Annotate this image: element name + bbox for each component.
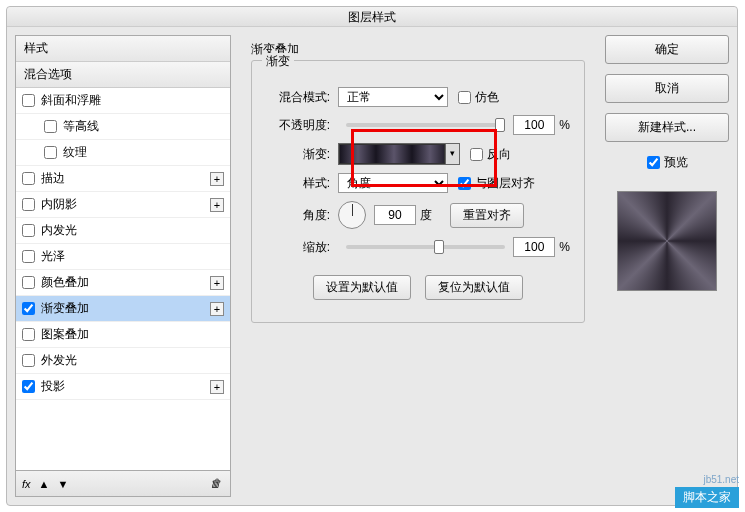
opacity-slider[interactable] <box>346 123 505 127</box>
style-item-checkbox[interactable] <box>22 380 35 393</box>
style-select[interactable]: 角度 <box>338 173 448 193</box>
style-item[interactable]: 斜面和浮雕 <box>16 88 230 114</box>
style-item[interactable]: 描边+ <box>16 166 230 192</box>
reset-default-button[interactable]: 复位为默认值 <box>425 275 523 300</box>
angle-label: 角度: <box>266 207 330 224</box>
opacity-input[interactable] <box>513 115 555 135</box>
blend-mode-select[interactable]: 正常 <box>338 87 448 107</box>
style-item-label: 外发光 <box>41 352 224 369</box>
watermark-url: jb51.net <box>675 474 739 485</box>
style-item[interactable]: 内发光 <box>16 218 230 244</box>
add-effect-icon[interactable]: + <box>210 172 224 186</box>
scale-unit: % <box>559 240 570 254</box>
cancel-button[interactable]: 取消 <box>605 74 729 103</box>
style-item[interactable]: 纹理 <box>16 140 230 166</box>
reverse-checkbox[interactable] <box>470 148 483 161</box>
blend-mode-label: 混合模式: <box>266 89 330 106</box>
styles-header: 样式 <box>16 36 230 62</box>
align-checkbox[interactable] <box>458 177 471 190</box>
style-item-checkbox[interactable] <box>22 224 35 237</box>
style-item-label: 斜面和浮雕 <box>41 92 224 109</box>
style-item-label: 描边 <box>41 170 210 187</box>
style-item[interactable]: 图案叠加 <box>16 322 230 348</box>
style-item-checkbox[interactable] <box>22 198 35 211</box>
preview-label: 预览 <box>664 154 688 171</box>
style-item-checkbox[interactable] <box>22 302 35 315</box>
fieldset-legend: 渐变 <box>262 53 294 70</box>
watermark: jb51.net 脚本之家 <box>675 474 739 508</box>
dialog-body: 样式 混合选项 斜面和浮雕等高线纹理描边+内阴影+内发光光泽颜色叠加+渐变叠加+… <box>7 27 737 505</box>
scale-slider[interactable] <box>346 245 505 249</box>
dither-checkbox[interactable] <box>458 91 471 104</box>
styles-list: 样式 混合选项 斜面和浮雕等高线纹理描边+内阴影+内发光光泽颜色叠加+渐变叠加+… <box>15 35 231 471</box>
preview-checkbox[interactable] <box>647 156 660 169</box>
style-item-checkbox[interactable] <box>22 94 35 107</box>
style-item[interactable]: 颜色叠加+ <box>16 270 230 296</box>
style-item-checkbox[interactable] <box>22 354 35 367</box>
style-item-label: 光泽 <box>41 248 224 265</box>
angle-input[interactable] <box>374 205 416 225</box>
styles-panel: 样式 混合选项 斜面和浮雕等高线纹理描边+内阴影+内发光光泽颜色叠加+渐变叠加+… <box>15 35 231 497</box>
gradient-fieldset: 渐变 混合模式: 正常 仿色 不透明度: % 渐变: ▾ <box>251 60 585 323</box>
style-item-label: 图案叠加 <box>41 326 224 343</box>
style-item-checkbox[interactable] <box>44 120 57 133</box>
style-item-checkbox[interactable] <box>44 146 57 159</box>
add-effect-icon[interactable]: + <box>210 302 224 316</box>
section-title: 渐变叠加 <box>251 41 585 58</box>
scale-label: 缩放: <box>266 239 330 256</box>
style-item[interactable]: 光泽 <box>16 244 230 270</box>
ok-button[interactable]: 确定 <box>605 35 729 64</box>
reverse-label: 反向 <box>487 146 511 163</box>
preview-swatch <box>617 191 717 291</box>
style-item-label: 内发光 <box>41 222 224 239</box>
arrow-down-icon[interactable]: ▼ <box>57 478 68 490</box>
style-item[interactable]: 外发光 <box>16 348 230 374</box>
arrow-up-icon[interactable]: ▲ <box>39 478 50 490</box>
gradient-swatch[interactable] <box>339 144 445 164</box>
action-panel: 确定 取消 新建样式... 预览 <box>605 35 729 497</box>
styles-footer: fx ▲ ▼ 🗑 <box>15 471 231 497</box>
options-panel: 渐变叠加 渐变 混合模式: 正常 仿色 不透明度: % 渐变: <box>241 35 595 497</box>
style-item-label: 渐变叠加 <box>41 300 210 317</box>
layer-style-dialog: 图层样式 样式 混合选项 斜面和浮雕等高线纹理描边+内阴影+内发光光泽颜色叠加+… <box>6 6 738 506</box>
fx-label[interactable]: fx <box>22 478 31 490</box>
style-item[interactable]: 内阴影+ <box>16 192 230 218</box>
style-item-label: 内阴影 <box>41 196 210 213</box>
reset-align-button[interactable]: 重置对齐 <box>450 203 524 228</box>
style-item-checkbox[interactable] <box>22 172 35 185</box>
add-effect-icon[interactable]: + <box>210 276 224 290</box>
style-item-label: 投影 <box>41 378 210 395</box>
style-item-label: 颜色叠加 <box>41 274 210 291</box>
style-label: 样式: <box>266 175 330 192</box>
new-style-button[interactable]: 新建样式... <box>605 113 729 142</box>
trash-icon[interactable]: 🗑 <box>210 477 224 491</box>
style-item-checkbox[interactable] <box>22 328 35 341</box>
opacity-label: 不透明度: <box>266 117 330 134</box>
gradient-picker[interactable]: ▾ <box>338 143 460 165</box>
gradient-dropdown-icon[interactable]: ▾ <box>445 144 459 164</box>
style-item[interactable]: 渐变叠加+ <box>16 296 230 322</box>
style-item-label: 等高线 <box>63 118 224 135</box>
angle-unit: 度 <box>420 207 432 224</box>
blend-options-header[interactable]: 混合选项 <box>16 62 230 88</box>
dither-label: 仿色 <box>475 89 499 106</box>
style-item[interactable]: 投影+ <box>16 374 230 400</box>
style-item-checkbox[interactable] <box>22 250 35 263</box>
style-item[interactable]: 等高线 <box>16 114 230 140</box>
scale-input[interactable] <box>513 237 555 257</box>
dialog-title: 图层样式 <box>7 7 737 27</box>
style-item-checkbox[interactable] <box>22 276 35 289</box>
angle-dial[interactable] <box>338 201 366 229</box>
watermark-text: 脚本之家 <box>675 487 739 508</box>
style-item-label: 纹理 <box>63 144 224 161</box>
make-default-button[interactable]: 设置为默认值 <box>313 275 411 300</box>
add-effect-icon[interactable]: + <box>210 198 224 212</box>
add-effect-icon[interactable]: + <box>210 380 224 394</box>
opacity-unit: % <box>559 118 570 132</box>
align-label: 与图层对齐 <box>475 175 535 192</box>
gradient-label: 渐变: <box>266 146 330 163</box>
